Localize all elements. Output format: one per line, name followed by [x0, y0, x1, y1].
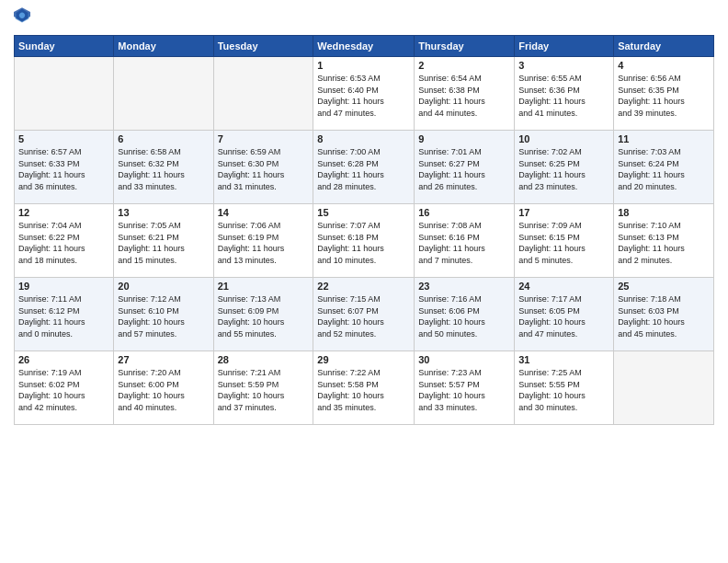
- day-number: 5: [18, 133, 109, 144]
- calendar-cell: [114, 57, 213, 131]
- calendar-cell: 20Sunrise: 7:12 AM Sunset: 6:10 PM Dayli…: [114, 278, 213, 351]
- week-row-1: 1Sunrise: 6:53 AM Sunset: 6:40 PM Daylig…: [15, 57, 714, 131]
- day-number: 21: [218, 281, 310, 292]
- day-info: Sunrise: 7:22 AM Sunset: 5:58 PM Dayligh…: [317, 367, 410, 413]
- calendar-cell: 25Sunrise: 7:18 AM Sunset: 6:03 PM Dayli…: [614, 278, 714, 351]
- week-row-4: 19Sunrise: 7:11 AM Sunset: 6:12 PM Dayli…: [15, 278, 714, 351]
- day-number: 27: [118, 354, 209, 365]
- calendar-cell: 27Sunrise: 7:20 AM Sunset: 6:00 PM Dayli…: [114, 351, 213, 425]
- weekday-header-monday: Monday: [114, 36, 213, 57]
- calendar-cell: 10Sunrise: 7:02 AM Sunset: 6:25 PM Dayli…: [515, 131, 614, 204]
- calendar-cell: [213, 57, 313, 131]
- calendar-cell: 28Sunrise: 7:21 AM Sunset: 5:59 PM Dayli…: [213, 351, 313, 425]
- day-number: 15: [317, 207, 410, 218]
- day-info: Sunrise: 7:10 AM Sunset: 6:13 PM Dayligh…: [618, 220, 710, 266]
- day-number: 24: [518, 281, 609, 292]
- day-number: 12: [18, 207, 109, 218]
- header: [14, 9, 714, 28]
- day-number: 9: [418, 133, 510, 144]
- day-number: 7: [218, 133, 310, 144]
- day-info: Sunrise: 6:59 AM Sunset: 6:30 PM Dayligh…: [218, 146, 310, 192]
- calendar-cell: 21Sunrise: 7:13 AM Sunset: 6:09 PM Dayli…: [213, 278, 313, 351]
- weekday-header-row: SundayMondayTuesdayWednesdayThursdayFrid…: [15, 36, 714, 57]
- weekday-header-sunday: Sunday: [15, 36, 114, 57]
- day-info: Sunrise: 6:56 AM Sunset: 6:35 PM Dayligh…: [618, 73, 710, 119]
- calendar-cell: 6Sunrise: 6:58 AM Sunset: 6:32 PM Daylig…: [114, 131, 213, 204]
- day-number: 16: [418, 207, 510, 218]
- day-number: 4: [618, 60, 710, 71]
- day-info: Sunrise: 7:19 AM Sunset: 6:02 PM Dayligh…: [18, 367, 109, 413]
- day-info: Sunrise: 7:13 AM Sunset: 6:09 PM Dayligh…: [218, 293, 310, 339]
- calendar-cell: 16Sunrise: 7:08 AM Sunset: 6:16 PM Dayli…: [415, 204, 515, 278]
- logo-icon: [14, 7, 30, 26]
- day-number: 25: [618, 281, 710, 292]
- weekday-header-saturday: Saturday: [614, 36, 714, 57]
- day-info: Sunrise: 7:11 AM Sunset: 6:12 PM Dayligh…: [18, 293, 109, 339]
- day-info: Sunrise: 7:18 AM Sunset: 6:03 PM Dayligh…: [618, 293, 710, 339]
- calendar-cell: 3Sunrise: 6:55 AM Sunset: 6:36 PM Daylig…: [515, 57, 614, 131]
- calendar-cell: 30Sunrise: 7:23 AM Sunset: 5:57 PM Dayli…: [415, 351, 515, 425]
- day-info: Sunrise: 7:09 AM Sunset: 6:15 PM Dayligh…: [518, 220, 609, 266]
- day-number: 1: [317, 60, 410, 71]
- weekday-header-friday: Friday: [515, 36, 614, 57]
- day-info: Sunrise: 6:57 AM Sunset: 6:33 PM Dayligh…: [18, 146, 109, 192]
- day-number: 18: [618, 207, 710, 218]
- calendar-cell: 23Sunrise: 7:16 AM Sunset: 6:06 PM Dayli…: [415, 278, 515, 351]
- day-info: Sunrise: 7:20 AM Sunset: 6:00 PM Dayligh…: [118, 367, 209, 413]
- weekday-header-tuesday: Tuesday: [213, 36, 313, 57]
- day-number: 6: [118, 133, 209, 144]
- calendar-cell: 29Sunrise: 7:22 AM Sunset: 5:58 PM Dayli…: [313, 351, 415, 425]
- week-row-5: 26Sunrise: 7:19 AM Sunset: 6:02 PM Dayli…: [15, 351, 714, 425]
- day-info: Sunrise: 6:55 AM Sunset: 6:36 PM Dayligh…: [518, 73, 609, 119]
- day-number: 29: [317, 354, 410, 365]
- weekday-header-thursday: Thursday: [415, 36, 515, 57]
- day-info: Sunrise: 7:16 AM Sunset: 6:06 PM Dayligh…: [418, 293, 510, 339]
- day-number: 14: [218, 207, 310, 218]
- calendar-cell: 14Sunrise: 7:06 AM Sunset: 6:19 PM Dayli…: [213, 204, 313, 278]
- calendar-cell: 15Sunrise: 7:07 AM Sunset: 6:18 PM Dayli…: [313, 204, 415, 278]
- calendar-cell: 9Sunrise: 7:01 AM Sunset: 6:27 PM Daylig…: [415, 131, 515, 204]
- calendar-cell: 11Sunrise: 7:03 AM Sunset: 6:24 PM Dayli…: [614, 131, 714, 204]
- calendar-cell: 17Sunrise: 7:09 AM Sunset: 6:15 PM Dayli…: [515, 204, 614, 278]
- day-info: Sunrise: 7:02 AM Sunset: 6:25 PM Dayligh…: [518, 146, 609, 192]
- calendar-cell: 7Sunrise: 6:59 AM Sunset: 6:30 PM Daylig…: [213, 131, 313, 204]
- day-number: 8: [317, 133, 410, 144]
- day-info: Sunrise: 7:25 AM Sunset: 5:55 PM Dayligh…: [518, 367, 609, 413]
- calendar-cell: 1Sunrise: 6:53 AM Sunset: 6:40 PM Daylig…: [313, 57, 415, 131]
- day-info: Sunrise: 7:04 AM Sunset: 6:22 PM Dayligh…: [18, 220, 109, 266]
- day-number: 26: [18, 354, 109, 365]
- day-info: Sunrise: 7:15 AM Sunset: 6:07 PM Dayligh…: [317, 293, 410, 339]
- day-info: Sunrise: 7:06 AM Sunset: 6:19 PM Dayligh…: [218, 220, 310, 266]
- calendar-cell: 19Sunrise: 7:11 AM Sunset: 6:12 PM Dayli…: [15, 278, 114, 351]
- day-info: Sunrise: 7:12 AM Sunset: 6:10 PM Dayligh…: [118, 293, 209, 339]
- calendar-cell: 22Sunrise: 7:15 AM Sunset: 6:07 PM Dayli…: [313, 278, 415, 351]
- day-info: Sunrise: 7:21 AM Sunset: 5:59 PM Dayligh…: [218, 367, 310, 413]
- calendar-cell: 13Sunrise: 7:05 AM Sunset: 6:21 PM Dayli…: [114, 204, 213, 278]
- day-number: 13: [118, 207, 209, 218]
- day-number: 22: [317, 281, 410, 292]
- day-info: Sunrise: 7:23 AM Sunset: 5:57 PM Dayligh…: [418, 367, 510, 413]
- day-number: 19: [18, 281, 109, 292]
- calendar-cell: [15, 57, 114, 131]
- day-info: Sunrise: 7:07 AM Sunset: 6:18 PM Dayligh…: [317, 220, 410, 266]
- day-info: Sunrise: 7:03 AM Sunset: 6:24 PM Dayligh…: [618, 146, 710, 192]
- calendar: SundayMondayTuesdayWednesdayThursdayFrid…: [14, 35, 714, 425]
- weekday-header-wednesday: Wednesday: [313, 36, 415, 57]
- calendar-cell: 2Sunrise: 6:54 AM Sunset: 6:38 PM Daylig…: [415, 57, 515, 131]
- day-number: 2: [418, 60, 510, 71]
- calendar-cell: 5Sunrise: 6:57 AM Sunset: 6:33 PM Daylig…: [15, 131, 114, 204]
- day-info: Sunrise: 6:58 AM Sunset: 6:32 PM Dayligh…: [118, 146, 209, 192]
- day-info: Sunrise: 7:08 AM Sunset: 6:16 PM Dayligh…: [418, 220, 510, 266]
- day-info: Sunrise: 7:01 AM Sunset: 6:27 PM Dayligh…: [418, 146, 510, 192]
- calendar-cell: 24Sunrise: 7:17 AM Sunset: 6:05 PM Dayli…: [515, 278, 614, 351]
- page: SundayMondayTuesdayWednesdayThursdayFrid…: [0, 0, 728, 563]
- day-number: 11: [618, 133, 710, 144]
- calendar-cell: 4Sunrise: 6:56 AM Sunset: 6:35 PM Daylig…: [614, 57, 714, 131]
- day-number: 30: [418, 354, 510, 365]
- day-number: 10: [518, 133, 609, 144]
- calendar-cell: [614, 351, 714, 425]
- calendar-cell: 18Sunrise: 7:10 AM Sunset: 6:13 PM Dayli…: [614, 204, 714, 278]
- calendar-cell: 12Sunrise: 7:04 AM Sunset: 6:22 PM Dayli…: [15, 204, 114, 278]
- calendar-cell: 31Sunrise: 7:25 AM Sunset: 5:55 PM Dayli…: [515, 351, 614, 425]
- calendar-cell: 26Sunrise: 7:19 AM Sunset: 6:02 PM Dayli…: [15, 351, 114, 425]
